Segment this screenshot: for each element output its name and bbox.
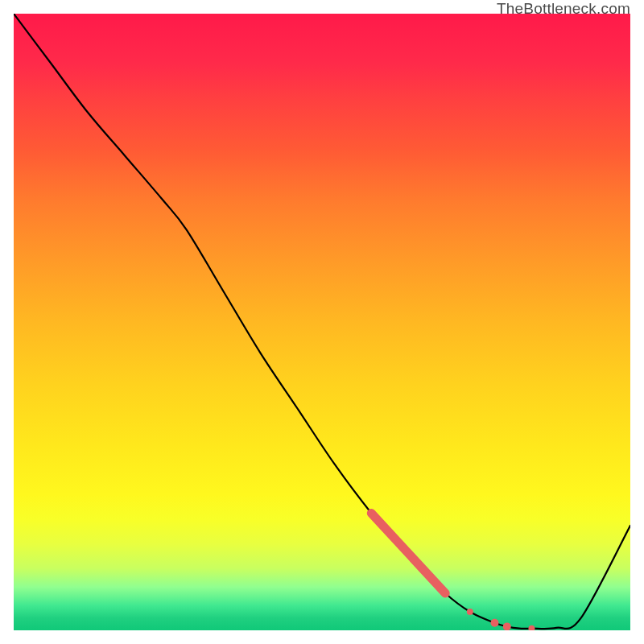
highlight-dot [528,625,535,630]
bottleneck-curve-path [14,14,630,629]
bottleneck-chart: TheBottleneck.com [0,0,644,644]
highlight-dot [503,622,511,630]
watermark-text: TheBottleneck.com [497,0,630,18]
highlight-dot [490,619,498,627]
curve-layer [14,14,630,630]
main-curve [14,14,630,629]
highlight-thick-line [371,513,445,593]
plot-area [14,14,630,630]
highlight-dot [467,609,473,615]
highlight-segment [371,513,535,630]
